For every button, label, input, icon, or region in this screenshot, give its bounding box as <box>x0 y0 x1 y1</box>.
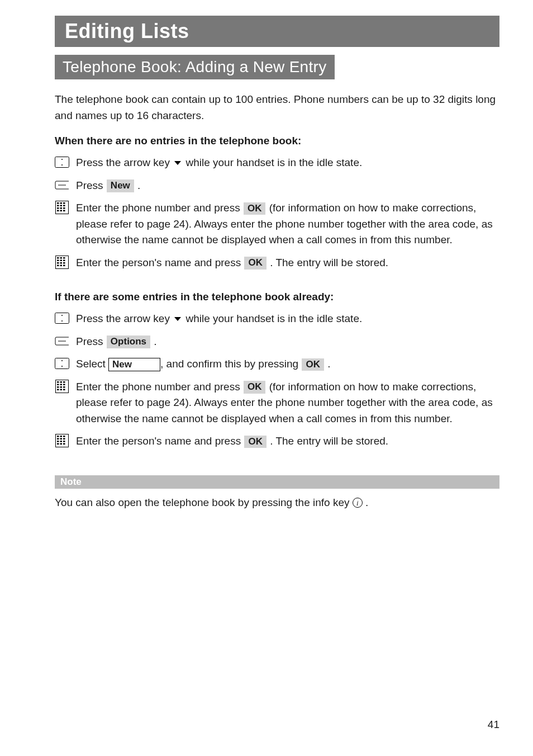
sub-heading: Telephone Book: Adding a New Entry <box>63 58 327 76</box>
section2-step5-text: Enter the person's name and press OK . T… <box>76 433 499 450</box>
section2-step2: Press Options . <box>55 334 499 350</box>
text-frag: Enter the phone number and press <box>76 202 243 214</box>
svg-rect-29 <box>63 264 65 266</box>
svg-rect-51 <box>57 436 59 437</box>
text-frag: Enter the person's name and press <box>76 257 244 268</box>
svg-rect-25 <box>60 262 63 264</box>
section2-step2-text: Press Options . <box>76 334 499 350</box>
svg-rect-38 <box>57 381 59 383</box>
section1-step4-text: Enter the person's name and press OK . T… <box>76 255 499 271</box>
svg-point-36 <box>61 366 63 367</box>
arrow-key-icon <box>55 156 69 168</box>
svg-rect-46 <box>63 386 65 388</box>
new-field: New <box>108 358 160 371</box>
page-number: 41 <box>488 719 499 731</box>
svg-rect-47 <box>57 389 59 390</box>
keypad-icon <box>55 434 69 447</box>
section1-step3: Enter the phone number and press OK (for… <box>55 200 499 248</box>
svg-rect-15 <box>60 210 63 212</box>
text-frag: while your handset is in the idle state. <box>183 157 362 168</box>
svg-rect-9 <box>60 205 63 207</box>
note-label-bar: Note <box>55 475 499 489</box>
section2-step3: Select New, and confirm this by pressing… <box>55 356 499 372</box>
svg-rect-43 <box>63 384 65 385</box>
svg-rect-58 <box>60 441 63 442</box>
svg-rect-11 <box>57 207 59 209</box>
text-frag: Enter the phone number and press <box>76 381 243 393</box>
softkey-icon <box>55 179 69 191</box>
svg-rect-14 <box>57 210 59 212</box>
svg-rect-54 <box>57 438 59 440</box>
svg-rect-23 <box>63 259 65 261</box>
svg-point-35 <box>61 360 63 361</box>
svg-rect-41 <box>57 384 59 385</box>
text-frag: . <box>151 336 157 347</box>
ok-key: OK <box>244 436 266 448</box>
text-frag: . The entry will be stored. <box>267 257 388 268</box>
svg-point-2 <box>61 164 63 166</box>
svg-rect-20 <box>63 257 65 259</box>
svg-rect-0 <box>55 157 69 168</box>
text-frag: Press <box>76 336 106 347</box>
svg-rect-49 <box>63 389 65 390</box>
svg-rect-53 <box>63 436 65 437</box>
svg-rect-8 <box>57 205 59 207</box>
text-frag: . <box>363 497 369 508</box>
text-frag: . <box>135 179 141 191</box>
svg-rect-48 <box>60 389 63 390</box>
text-frag: Enter the person's name and press <box>76 435 244 447</box>
text-frag: Select <box>76 358 108 370</box>
section2-label: If there are some entries in the telepho… <box>55 291 499 303</box>
svg-point-32 <box>61 320 63 322</box>
svg-rect-61 <box>60 443 63 445</box>
svg-point-31 <box>61 315 63 316</box>
section1-step2-text: Press New . <box>76 178 499 194</box>
svg-rect-44 <box>57 386 59 388</box>
svg-rect-57 <box>57 441 59 442</box>
svg-rect-16 <box>63 210 65 212</box>
text-frag: Press the arrow key <box>76 313 173 324</box>
section1-step3-text: Enter the phone number and press OK (for… <box>76 200 499 248</box>
section2-step1: Press the arrow key while your handset i… <box>55 311 499 327</box>
down-arrow-icon <box>174 317 181 321</box>
section2-step4: Enter the phone number and press OK (for… <box>55 379 499 427</box>
svg-rect-10 <box>63 205 65 207</box>
section2-step5: Enter the person's name and press OK . T… <box>55 433 499 450</box>
svg-rect-59 <box>63 441 65 442</box>
svg-rect-12 <box>60 207 63 209</box>
svg-rect-24 <box>57 262 59 264</box>
svg-rect-26 <box>63 262 65 264</box>
svg-rect-34 <box>55 358 69 369</box>
text-frag: You can also open the telephone book by … <box>55 497 353 508</box>
svg-rect-40 <box>63 381 65 383</box>
text-frag: , and confirm this by pressing <box>160 358 301 370</box>
svg-point-1 <box>61 159 63 160</box>
info-key-icon: i <box>353 498 363 508</box>
svg-rect-55 <box>60 438 63 440</box>
svg-rect-52 <box>60 436 63 437</box>
down-arrow-icon <box>174 161 181 165</box>
main-heading-bar: Editing Lists <box>55 16 499 47</box>
arrow-key-icon <box>55 312 69 324</box>
svg-rect-6 <box>60 202 63 204</box>
note-text: You can also open the telephone book by … <box>55 497 499 509</box>
ok-key: OK <box>244 202 266 215</box>
ok-key: OK <box>244 257 266 269</box>
text-frag: . The entry will be stored. <box>267 435 388 447</box>
keypad-icon <box>55 201 69 214</box>
svg-rect-7 <box>63 202 65 204</box>
options-key: Options <box>107 336 150 348</box>
softkey-icon <box>55 335 69 347</box>
text-frag: Press the arrow key <box>76 157 173 168</box>
svg-rect-5 <box>57 202 59 204</box>
svg-rect-62 <box>63 443 65 445</box>
main-heading: Editing Lists <box>65 20 489 43</box>
arrow-key-icon <box>55 357 69 370</box>
text-frag: . <box>325 358 331 370</box>
ok-key: OK <box>302 358 324 371</box>
new-key: New <box>107 179 134 192</box>
sub-heading-bar: Telephone Book: Adding a New Entry <box>55 55 335 79</box>
keypad-icon <box>55 380 69 393</box>
svg-rect-18 <box>57 257 59 259</box>
svg-rect-42 <box>60 384 63 385</box>
